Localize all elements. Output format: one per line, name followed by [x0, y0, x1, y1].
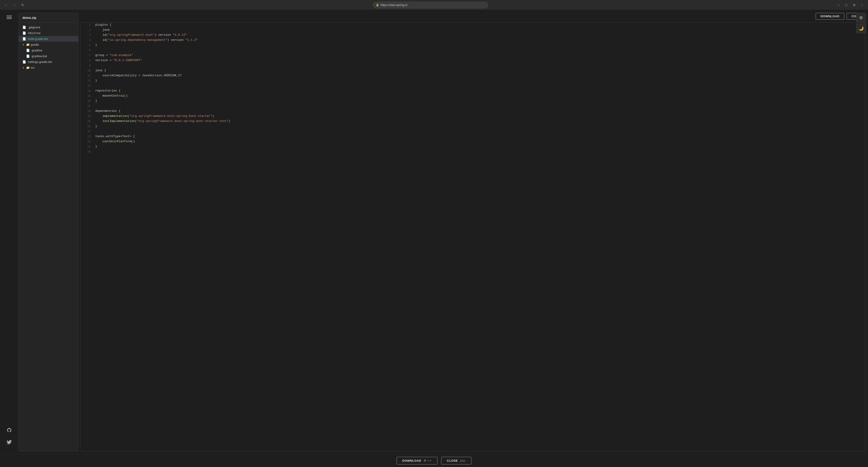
file-icon-buildgradle: 📄	[22, 37, 26, 40]
file-icon-gradlewbat: 📄	[26, 55, 30, 58]
code-line-6: 6	[81, 48, 865, 53]
code-line-16: 16 }	[81, 99, 865, 104]
code-line-10: 10 java {	[81, 68, 865, 73]
lock-icon: 🔒	[376, 3, 379, 6]
settings-button[interactable]: ⚙	[851, 2, 858, 8]
foldername-src: src	[31, 66, 35, 69]
code-line-1: 1 plugins {	[81, 23, 865, 28]
gear-icon: ⚙	[859, 15, 863, 20]
filename-gradlewbat: gradlew.bat	[32, 55, 47, 58]
back-button[interactable]: ←	[3, 2, 9, 8]
hamburger-line-1	[7, 16, 12, 16]
folder-item-gradle[interactable]: ► 📁 gradle	[19, 42, 78, 47]
folder-icon-gradle: 📁	[26, 43, 30, 46]
code-line-14: 14 repositories {	[81, 89, 865, 94]
bottom-bar: DOWNLOAD ⌘ + ↵ CLOSE ESC	[0, 454, 868, 467]
download-button-bottom[interactable]: DOWNLOAD ⌘ + ↵	[397, 457, 437, 464]
main-content: DOWNLOAD COPY 1 plugins { 2 java 3 id("o…	[79, 10, 868, 454]
hamburger-line-3	[7, 19, 12, 19]
code-line-2: 2 java	[81, 28, 865, 33]
file-item-settings[interactable]: 📄 settings.gradle.kts	[19, 59, 78, 65]
sidebar	[0, 10, 19, 454]
moon-icon: 🌙	[859, 26, 864, 31]
code-line-8: 8 version = "0.0.1-SNAPSHOT"	[81, 58, 865, 63]
twitter-button[interactable]	[5, 437, 14, 447]
file-icon-gradlew: 📄	[26, 48, 30, 52]
foldername-gradle: gradle	[31, 43, 39, 46]
app-container: demo.zip 📄 .gitignore 📄 HELP.md 📄 build.…	[0, 10, 868, 454]
download-shortcut: ⌘ + ↵	[424, 459, 432, 462]
filename-settings: settings.gradle.kts	[28, 60, 52, 64]
hamburger-line-2	[7, 17, 12, 18]
toolbar: DOWNLOAD COPY	[80, 13, 865, 20]
close-shortcut: ESC	[460, 459, 466, 462]
zip-filename: demo.zip	[22, 16, 36, 20]
code-line-5: 5 }	[81, 43, 865, 48]
file-icon-settings: 📄	[22, 60, 26, 64]
file-item-gradlew[interactable]: 📄 gradlew	[19, 47, 78, 53]
hamburger-button[interactable]	[5, 14, 13, 21]
filename-gitignore: .gitignore	[28, 26, 40, 29]
code-line-17: 17	[81, 104, 865, 109]
chevron-src: ►	[22, 66, 25, 69]
right-icons: ⚙ 🌙	[854, 10, 868, 36]
sidebar-bottom	[5, 426, 14, 451]
code-line-22: 22	[81, 129, 865, 134]
code-line-23: 23 tasks.withType<Test> {	[81, 134, 865, 139]
download-label-bottom: DOWNLOAD	[402, 459, 421, 462]
code-line-11: 11 sourceCompatibility = JavaVersion.VER…	[81, 73, 865, 78]
code-line-24: 24 useJUnitPlatform()	[81, 139, 865, 144]
file-icon-helpmd: 📄	[22, 31, 26, 35]
settings-icon-button[interactable]: ⚙	[856, 13, 866, 23]
file-icon-gitignore: 📄	[22, 26, 26, 29]
browser-chrome: ← → ↻ 🔒 https://start.spring.io ☆ ⬡ ⚙ ⋮	[0, 0, 868, 10]
download-button-top[interactable]: DOWNLOAD	[816, 13, 844, 20]
code-line-18: 18 dependencies {	[81, 109, 865, 114]
file-item-helpmd[interactable]: 📄 HELP.md	[19, 30, 78, 36]
menu-button[interactable]: ⋮	[859, 2, 865, 8]
filename-helpmd: HELP.md	[28, 31, 40, 35]
code-line-25: 25 }	[81, 144, 865, 149]
code-line-26: 26	[81, 149, 865, 155]
forward-button[interactable]: →	[11, 2, 18, 8]
code-line-12: 12 }	[81, 78, 865, 84]
close-button[interactable]: CLOSE ESC	[441, 457, 471, 464]
code-line-20: 20 testImplementation("org.springframewo…	[81, 119, 865, 124]
chevron-gradle: ►	[22, 43, 25, 46]
folder-icon-src: 📁	[26, 66, 30, 69]
code-line-21: 21 }	[81, 124, 865, 129]
close-label: CLOSE	[447, 459, 458, 462]
folder-item-src[interactable]: ► 📁 src	[19, 65, 78, 70]
code-editor[interactable]: 1 plugins { 2 java 3 id("org.springframe…	[80, 22, 865, 451]
url-text: https://start.spring.io	[380, 3, 407, 7]
file-panel-header: demo.zip	[19, 13, 78, 23]
file-item-gradlewbat[interactable]: 📄 gradlew.bat	[19, 53, 78, 59]
file-panel: demo.zip 📄 .gitignore 📄 HELP.md 📄 build.…	[19, 13, 79, 451]
file-tree: 📄 .gitignore 📄 HELP.md 📄 build.gradle.kt…	[19, 23, 78, 451]
star-button[interactable]: ☆	[835, 2, 842, 8]
code-line-19: 19 implementation("org.springframework.b…	[81, 114, 865, 119]
github-button[interactable]	[5, 426, 14, 435]
refresh-button[interactable]: ↻	[20, 2, 26, 8]
browser-actions: ☆ ⬡ ⚙ ⋮	[835, 2, 865, 8]
extensions-button[interactable]: ⬡	[843, 2, 849, 8]
code-line-13: 13	[81, 84, 865, 89]
code-line-9: 9	[81, 63, 865, 68]
code-line-15: 15 mavenCentral()	[81, 94, 865, 99]
code-line-3: 3 id("org.springframework.boot") version…	[81, 33, 865, 38]
filename-gradlew: gradlew	[32, 48, 42, 52]
code-line-7: 7 group = "com.example"	[81, 53, 865, 58]
file-item-buildgradle[interactable]: 📄 build.gradle.kts	[19, 36, 78, 42]
code-line-4: 4 id("io.spring.dependency-management") …	[81, 38, 865, 43]
theme-toggle-button[interactable]: 🌙	[856, 24, 866, 33]
filename-buildgradle: build.gradle.kts	[28, 37, 48, 40]
address-bar[interactable]: 🔒 https://start.spring.io	[373, 2, 488, 8]
file-item-gitignore[interactable]: 📄 .gitignore	[19, 25, 78, 30]
